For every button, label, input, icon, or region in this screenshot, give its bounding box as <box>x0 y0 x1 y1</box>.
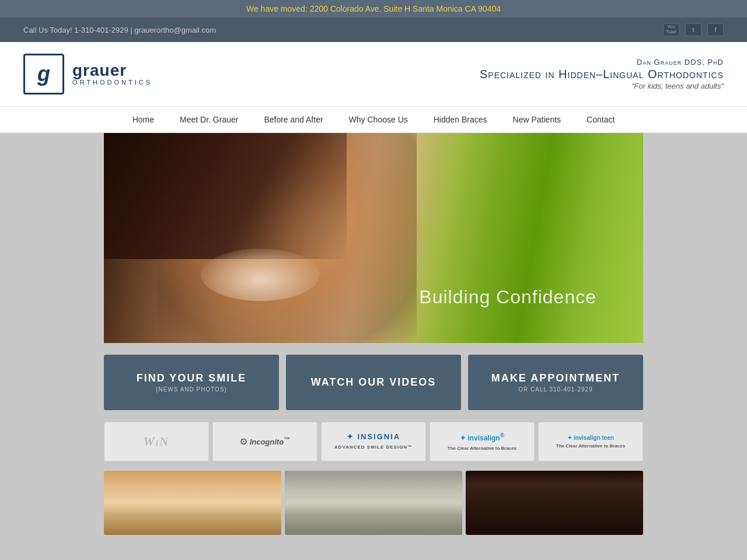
brands-row: WiN ⊙ Incognito™ ✦ INSIGNIA ADVANCED SMI… <box>104 422 643 471</box>
doctor-name: Dan Grauer DDS, PhD <box>480 58 724 66</box>
make-appt-sub: OR CALL 310-401-2929 <box>518 386 592 393</box>
phone-label: Call Us Today! 1-310-401-2929 <box>23 26 128 34</box>
nav-link-hidden[interactable]: Hidden Braces <box>421 107 500 132</box>
find-smile-label: FIND YOUR SMILE <box>137 372 247 384</box>
brand-invisalign-label: ✦ invisalign® The Clear Alternative to B… <box>448 431 516 452</box>
patient-photo-1 <box>104 471 281 535</box>
photos-row <box>104 471 643 547</box>
make-appointment-button[interactable]: MAKE APPOINTMENT OR CALL 310-401-2929 <box>468 355 643 410</box>
hero-image <box>104 133 643 343</box>
nav-link-why[interactable]: Why Choose Us <box>336 107 421 132</box>
facebook-icon[interactable]: f <box>707 23 724 36</box>
nav-link-meet[interactable]: Meet Dr. Grauer <box>167 107 251 132</box>
nav-item-patients[interactable]: New Patients <box>500 107 574 132</box>
brand-incognito: ⊙ Incognito™ <box>212 422 317 461</box>
logo-name: grauer <box>72 62 152 79</box>
brand-insignia-label: ✦ INSIGNIA ADVANCED SMILE DESIGN™ <box>334 432 413 452</box>
navigation: Home Meet Dr. Grauer Before and After Wh… <box>0 106 747 133</box>
patient-photo-2 <box>285 471 462 535</box>
email[interactable]: grauerortho@gmail.com <box>134 26 216 34</box>
header: g grauer ORTHODONTICS Dan Grauer DDS, Ph… <box>0 42 747 106</box>
patient-photo-3 <box>466 471 643 535</box>
announcement-text: We have moved: 2200 Colorado Ave. Suite … <box>246 4 501 13</box>
find-smile-sub: (NEWS AND PHOTOS) <box>156 386 227 393</box>
page-wrapper: Building Confidence FIND YOUR SMILE (NEW… <box>0 133 747 547</box>
logo-text: grauer ORTHODONTICS <box>72 62 152 86</box>
logo-area: g grauer ORTHODONTICS <box>23 54 152 94</box>
brand-invisalign-teen: ✦ invisalign teen The Clear Alternative … <box>538 422 643 461</box>
brand-invisalign-teen-label: ✦ invisalign teen The Clear Alternative … <box>556 433 625 450</box>
contact-bar: Call Us Today! 1-310-401-2929 | graueror… <box>0 18 747 42</box>
tagline-text: "For kids, teens and adults" <box>480 82 724 90</box>
make-appt-label: MAKE APPOINTMENT <box>491 372 620 384</box>
brand-incognito-label: ⊙ Incognito™ <box>240 436 290 447</box>
logo-sub: ORTHODONTICS <box>72 79 152 86</box>
hero-text: Building Confidence <box>419 286 596 308</box>
watch-videos-label: WATCH OUR VIDEOS <box>311 376 437 388</box>
nav-item-hidden[interactable]: Hidden Braces <box>421 107 500 132</box>
brand-invisalign: ✦ invisalign® The Clear Alternative to B… <box>430 422 535 461</box>
cta-row: FIND YOUR SMILE (NEWS AND PHOTOS) WATCH … <box>104 343 643 422</box>
nav-item-contact[interactable]: Contact <box>574 107 627 132</box>
tagline-area: Dan Grauer DDS, PhD Specialized in Hidde… <box>480 58 724 90</box>
nav-item-meet[interactable]: Meet Dr. Grauer <box>167 107 251 132</box>
social-icons: YouTube t f <box>663 23 724 36</box>
find-smile-button[interactable]: FIND YOUR SMILE (NEWS AND PHOTOS) <box>104 355 279 410</box>
contact-info: Call Us Today! 1-310-401-2929 | graueror… <box>23 26 216 34</box>
specialized-text: Specialized in Hidden–Lingual Orthodonti… <box>480 66 724 82</box>
nav-link-home[interactable]: Home <box>120 107 167 132</box>
nav-link-patients[interactable]: New Patients <box>500 107 574 132</box>
watch-videos-button[interactable]: WATCH OUR VIDEOS <box>286 355 461 410</box>
nav-item-why[interactable]: Why Choose Us <box>336 107 421 132</box>
nav-link-contact[interactable]: Contact <box>574 107 627 132</box>
hero-banner: Building Confidence <box>104 133 643 343</box>
brand-win: WiN <box>104 422 209 461</box>
nav-item-before-after[interactable]: Before and After <box>251 107 336 132</box>
nav-link-before-after[interactable]: Before and After <box>251 107 336 132</box>
brand-insignia: ✦ INSIGNIA ADVANCED SMILE DESIGN™ <box>321 422 426 461</box>
logo-bracket: g <box>23 54 64 94</box>
nav-item-home[interactable]: Home <box>120 107 167 132</box>
announcement-bar: We have moved: 2200 Colorado Ave. Suite … <box>0 0 747 18</box>
youtube-icon[interactable]: YouTube <box>663 23 679 36</box>
brand-win-label: WiN <box>143 434 169 449</box>
twitter-icon[interactable]: t <box>685 23 701 36</box>
